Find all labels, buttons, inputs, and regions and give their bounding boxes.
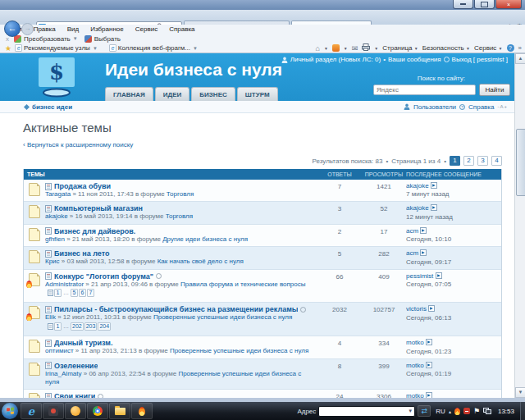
taskbar-chrome-button[interactable] xyxy=(87,403,108,419)
home-icon[interactable]: ⌂ xyxy=(315,44,319,52)
topic-author-link[interactable]: оптимист xyxy=(45,347,74,354)
goto-last-post-icon[interactable] xyxy=(420,227,427,234)
go-button[interactable]: ⇄ xyxy=(418,405,431,417)
topic-author-link[interactable]: akajoke xyxy=(45,212,68,220)
site-logo[interactable]: $ xyxy=(39,57,75,102)
topic-author-link[interactable]: Administrator xyxy=(45,281,84,288)
topic-forum-link[interactable]: Торговля xyxy=(167,190,194,198)
taskbar-ie-button[interactable]: e xyxy=(21,403,42,419)
personal-section-link[interactable]: Личный раздел (Новых ЛС: 0) xyxy=(290,56,381,63)
goto-unread-icon[interactable] xyxy=(45,362,52,369)
topic-author-link[interactable]: Taragata xyxy=(45,190,71,198)
hidden-icons-arrow[interactable]: ▴ xyxy=(449,409,451,414)
print-icon[interactable] xyxy=(362,43,370,52)
goto-unread-icon[interactable] xyxy=(45,183,52,190)
nav-tab-home[interactable]: ГЛАВНАЯ xyxy=(105,87,153,101)
choose-button[interactable]: Выбрать xyxy=(94,35,121,43)
goto-unread-icon[interactable] xyxy=(45,250,52,258)
goto-unread-icon[interactable] xyxy=(45,306,52,313)
site-search-button[interactable]: Найти xyxy=(479,84,510,96)
security-menu-button[interactable]: Безопасность ▼ xyxy=(422,44,470,52)
last-post-user-link[interactable]: motko xyxy=(406,339,424,346)
topic-title-link[interactable]: Озеленение xyxy=(54,362,98,370)
network-icon[interactable] xyxy=(483,408,491,414)
tray-flame-icon[interactable] xyxy=(454,408,460,415)
dropdown-icon[interactable]: ▼ xyxy=(408,409,414,413)
scroll-down-icon[interactable]: ▼ xyxy=(515,387,525,398)
last-post-user-link[interactable]: pessimist xyxy=(406,272,433,280)
topic-forum-link[interactable]: Как начать своё дело с нуля xyxy=(158,258,244,265)
menu-service[interactable]: Сервис xyxy=(130,25,163,33)
users-link[interactable]: Пользователи xyxy=(413,103,456,111)
topic-title-link[interactable]: Конкурс "Логотип форума" xyxy=(54,272,153,281)
last-post-user-link[interactable]: acm xyxy=(406,227,418,235)
dropdown-icon[interactable]: ▼ xyxy=(344,46,348,51)
topic-page-link[interactable]: 204 xyxy=(98,322,111,331)
page-menu-button[interactable]: Страница ▼ xyxy=(382,44,418,52)
breadcrumb-home-icon[interactable] xyxy=(24,103,30,109)
scrollbar-thumb[interactable] xyxy=(516,129,525,196)
minimize-button[interactable] xyxy=(453,0,473,9)
topic-title-link[interactable]: Бизнес для дайверов. xyxy=(54,227,135,235)
topic-title-link[interactable]: Продажа обуви xyxy=(54,182,111,190)
topic-page-link[interactable]: 1 xyxy=(54,322,62,331)
taskbar-app3-button[interactable] xyxy=(65,403,86,419)
mail-icon[interactable]: ✉ xyxy=(352,44,358,52)
tray-red-icon[interactable] xyxy=(463,408,470,414)
convert-dropdown-icon[interactable]: ▼ xyxy=(73,36,78,41)
dropdown-icon[interactable]: ▼ xyxy=(324,46,328,51)
scroll-up-icon[interactable]: ▲ xyxy=(515,53,525,64)
goto-last-post-icon[interactable] xyxy=(420,249,427,256)
maximize-button[interactable] xyxy=(474,0,495,9)
topic-forum-link[interactable]: Проверенные успешные идеи бизнеса с нуля xyxy=(153,313,292,321)
back-to-search-link[interactable]: ‹ Вернуться к расширенному поиску xyxy=(23,141,133,148)
menu-view[interactable]: Вид xyxy=(62,25,84,33)
window-titlebar[interactable]: × xyxy=(0,0,525,10)
goto-last-post-icon[interactable] xyxy=(436,272,442,279)
topic-title-link[interactable]: Пилларсы - быстроокупающийся бизнес на р… xyxy=(54,305,298,313)
pagination-page-2[interactable]: 2 xyxy=(463,156,474,166)
last-post-user-link[interactable]: motko xyxy=(406,392,424,398)
taskbar-explorer-button[interactable] xyxy=(109,403,130,419)
address-toolbar-input[interactable]: ▼ xyxy=(318,406,415,417)
favorite-item-recommended[interactable]: e Рекомендуемые узлы ▼ xyxy=(15,44,104,52)
overflow-chevron-icon[interactable]: » xyxy=(518,44,522,52)
goto-unread-icon[interactable] xyxy=(45,205,52,212)
topic-page-link[interactable]: 6 xyxy=(79,289,86,297)
goto-unread-icon[interactable] xyxy=(45,227,52,235)
last-post-user-link[interactable]: acm xyxy=(406,249,418,257)
topic-author-link[interactable]: gfhfien xyxy=(45,235,65,243)
pagination-page-4[interactable]: 4 xyxy=(491,156,502,166)
tools-menu-button[interactable]: Сервис ▼ xyxy=(474,44,503,52)
topic-page-link[interactable]: 202 xyxy=(71,322,84,331)
topic-title-link[interactable]: Дачный туризм. xyxy=(54,339,113,347)
your-messages-link[interactable]: Ваши сообщения xyxy=(388,56,441,63)
topic-forum-link[interactable]: Правила форума и технические вопросы xyxy=(180,281,305,288)
convert-button[interactable]: Преобразовать xyxy=(24,35,71,43)
goto-last-post-icon[interactable] xyxy=(431,204,437,211)
help-link[interactable]: Справка xyxy=(468,103,494,111)
text-resize-widget[interactable]: -A+ xyxy=(497,104,508,109)
favorites-bar-star-icon[interactable]: ★ xyxy=(5,44,11,52)
taskbar-app2-button[interactable] xyxy=(43,403,64,419)
vertical-scrollbar[interactable]: ▲ ▼ xyxy=(514,53,525,398)
nav-tab-shturm[interactable]: ШТУРМ xyxy=(237,87,278,101)
topic-page-link[interactable]: 1 xyxy=(54,289,62,297)
action-center-flag-icon[interactable]: ⚑ xyxy=(473,408,480,415)
rss-icon[interactable] xyxy=(332,44,340,52)
taskbar-app6-button[interactable] xyxy=(131,403,153,419)
help-icon[interactable]: ? xyxy=(507,44,514,52)
menu-help[interactable]: Справка xyxy=(163,25,200,33)
logout-link[interactable]: Выход [ pessimist ] xyxy=(452,56,508,63)
topic-title-link[interactable]: Компьютерный магазин xyxy=(54,204,143,212)
last-post-user-link[interactable]: akajoke xyxy=(406,204,429,212)
topic-forum-link[interactable]: Проверенные успешные идеи бизнеса с нуля xyxy=(170,347,308,354)
dropdown-icon[interactable]: ▼ xyxy=(374,46,378,51)
goto-unread-icon[interactable] xyxy=(45,272,52,280)
topic-title-link[interactable]: Свои книги xyxy=(54,392,95,398)
menu-favorites[interactable]: Избранное xyxy=(84,25,130,33)
start-button[interactable] xyxy=(2,403,18,419)
topic-author-link[interactable]: Irina_Almaty xyxy=(45,370,81,377)
site-search-input[interactable] xyxy=(373,84,476,95)
show-desktop-button[interactable] xyxy=(520,402,525,420)
